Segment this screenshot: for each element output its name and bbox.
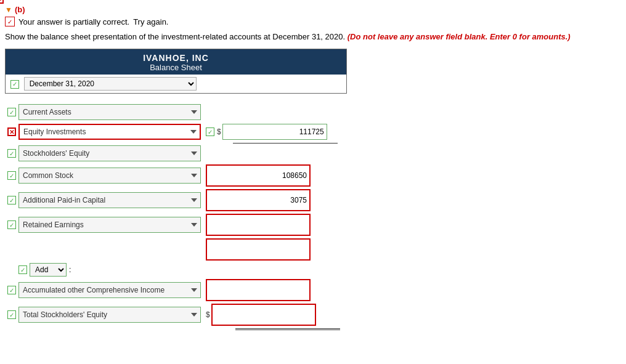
additional-paid-dropdown[interactable]: Additional Paid-in Capital xyxy=(18,192,201,208)
stockholders-check: ✓ xyxy=(7,149,16,158)
additional-paid-row: ✓ Additional Paid-in Capital ✕ xyxy=(5,189,342,211)
accumulated-check: ✓ xyxy=(7,286,16,294)
additional-paid-input[interactable] xyxy=(206,189,311,211)
try-again-text: Try again. xyxy=(133,17,168,26)
instruction-line: Show the balance sheet presentation of t… xyxy=(5,31,621,42)
form-area: ✓ Current Assets ✕ Equity Investments ✓ … xyxy=(5,101,347,335)
company-name: IVANHOE, INC xyxy=(8,53,344,63)
arrow-icon: ▼ xyxy=(5,6,12,14)
total-check: ✓ xyxy=(7,310,16,319)
bs-date-row: ✓ December 31, 2020 xyxy=(6,75,346,93)
common-stock-row: ✓ Common Stock ✕ xyxy=(5,164,342,187)
equity-investments-check: ✕ xyxy=(7,127,16,136)
current-assets-row: ✓ Current Assets xyxy=(5,103,342,121)
accumulated-input-area: ✕ xyxy=(206,279,311,301)
accumulated-dropdown[interactable]: Accumulated other Comprehensive Income xyxy=(18,282,201,298)
partial-message: ✓ Your answer is partially correct. Try … xyxy=(5,17,621,26)
equity-value-check: ✓ xyxy=(206,127,214,136)
partial-text: Your answer is partially correct. xyxy=(18,17,129,26)
date-select[interactable]: December 31, 2020 xyxy=(24,77,197,91)
accumulated-input[interactable] xyxy=(206,279,311,301)
equity-investments-input[interactable] xyxy=(222,124,327,140)
stockholders-equity-row: ✓ Stockholders' Equity xyxy=(5,145,342,162)
retained-earnings-row: ✓ Retained Earnings ✕ xyxy=(5,214,342,236)
total-dropdown[interactable]: Total Stockholders' Equity xyxy=(18,307,201,323)
additional-paid-check: ✓ xyxy=(7,196,16,204)
equity-investments-input-area: ✓ $ xyxy=(206,124,327,140)
equity-investments-dropdown[interactable]: Equity Investments xyxy=(18,124,201,140)
common-stock-input-area: ✕ xyxy=(206,164,311,187)
unnamed-input[interactable] xyxy=(206,238,311,261)
warning-text: (Do not leave any answer field blank. En… xyxy=(348,32,571,41)
current-assets-check: ✓ xyxy=(7,108,16,116)
total-input[interactable] xyxy=(211,304,316,326)
add-row: ✓ Add : xyxy=(18,263,342,277)
stockholders-equity-dropdown[interactable]: Stockholders' Equity xyxy=(18,145,201,161)
balance-sheet-container: IVANHOE, INC Balance Sheet ✓ December 31… xyxy=(5,49,347,94)
retained-earnings-input[interactable] xyxy=(206,214,311,236)
bs-header: IVANHOE, INC Balance Sheet xyxy=(6,49,346,75)
common-stock-check: ✓ xyxy=(7,171,16,180)
retained-earnings-input-area: ✕ xyxy=(206,214,311,236)
bs-title: Balance Sheet xyxy=(8,63,344,72)
instruction-text: Show the balance sheet presentation of t… xyxy=(5,32,345,41)
common-stock-dropdown[interactable]: Common Stock xyxy=(18,168,201,184)
accumulated-row: ✓ Accumulated other Comprehensive Income… xyxy=(5,279,342,301)
total-row: ✓ Total Stockholders' Equity ✕ $ xyxy=(5,304,342,326)
common-stock-input[interactable] xyxy=(206,164,311,187)
current-assets-dropdown[interactable]: Current Assets xyxy=(18,104,201,120)
date-check: ✓ xyxy=(10,80,19,89)
double-underline xyxy=(235,328,340,330)
partial-icon: ✓ xyxy=(5,17,15,26)
unnamed-input-area: ✕ xyxy=(206,238,311,261)
total-input-area: ✕ $ xyxy=(206,304,316,326)
additional-paid-input-area: ✕ xyxy=(206,189,311,211)
add-dropdown[interactable]: Add xyxy=(30,263,67,277)
dollar-sign-1: $ xyxy=(217,127,221,136)
total-x: ✕ xyxy=(0,0,4,4)
section-label: (b) xyxy=(15,5,25,14)
retained-earnings-check: ✓ xyxy=(7,220,16,229)
dollar-sign-2: $ xyxy=(206,310,210,319)
add-check: ✓ xyxy=(18,265,27,274)
colon-label: : xyxy=(69,265,71,274)
underline-1 xyxy=(233,143,338,144)
section-header: ▼ (b) xyxy=(5,5,621,14)
retained-earnings-dropdown[interactable]: Retained Earnings xyxy=(18,217,201,233)
equity-investments-row: ✕ Equity Investments ✓ $ xyxy=(5,123,342,140)
unnamed-row: ✕ xyxy=(5,238,342,261)
